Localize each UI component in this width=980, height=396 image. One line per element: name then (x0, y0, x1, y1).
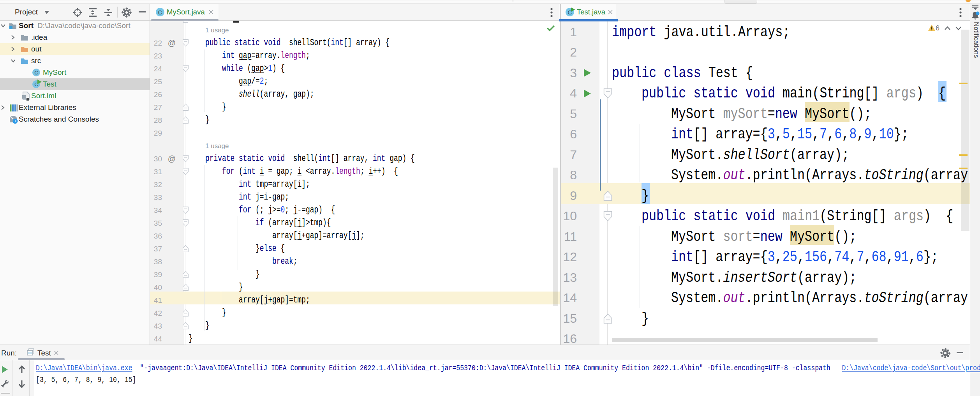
svg-text:C: C (158, 9, 162, 16)
svg-text:C: C (34, 70, 38, 76)
